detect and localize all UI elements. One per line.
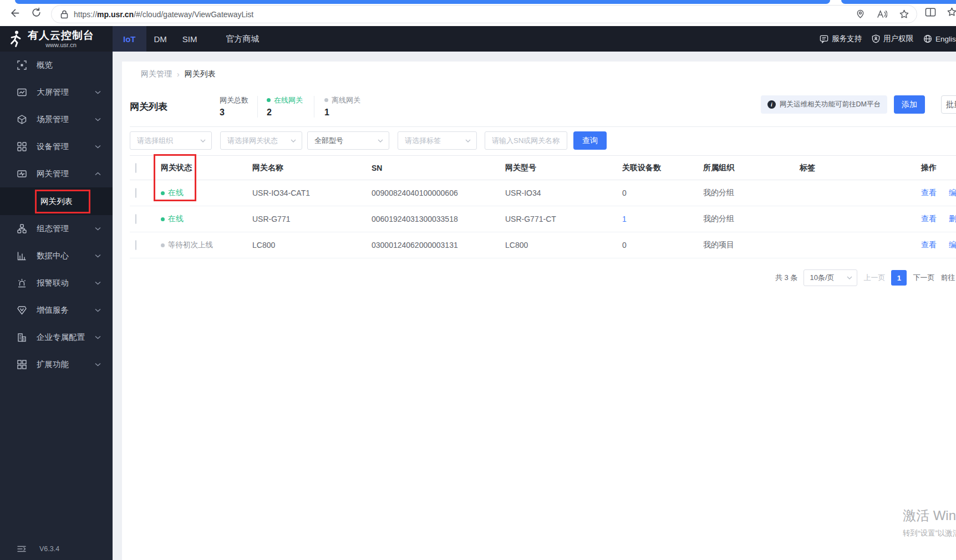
model-select[interactable]: 全部型号 [307, 131, 389, 150]
usr-person-logo-icon [8, 30, 23, 48]
language-switch[interactable]: English [923, 34, 956, 43]
status-badge: 等待初次上线 [152, 240, 243, 250]
select-all-checkbox[interactable] [135, 163, 136, 173]
brand[interactable]: 有人云控制台 www.usr.cn [0, 26, 113, 52]
split-screen-icon[interactable] [925, 7, 936, 17]
organization: 我的分组 [694, 188, 791, 198]
collections-star-icon[interactable] [947, 7, 956, 17]
chevron-down-icon [95, 227, 101, 231]
chevron-down-icon [95, 118, 101, 121]
breadcrumb: 网关管理 › 网关列表 [141, 69, 216, 79]
read-aloud-icon[interactable] [877, 9, 887, 19]
chevron-down-icon [291, 139, 296, 142]
favorite-star-icon[interactable] [899, 9, 909, 19]
chevron-down-icon [95, 308, 101, 312]
tag-select[interactable]: 请选择标签 [398, 131, 477, 150]
edit-link[interactable]: 编辑 [949, 240, 956, 250]
table-row: 在线 USR-G771 00601924031300033518 USR-G77… [130, 206, 956, 232]
edit-link[interactable]: 编辑 [949, 188, 956, 198]
content-panel: 网关管理 › 网关列表 网关列表 网关总数 3 在线网关 2 离线网关 1 [122, 62, 956, 560]
row-checkbox[interactable] [135, 240, 136, 250]
row-actions: 查看 编辑 [913, 240, 956, 250]
current-page-button[interactable]: 1 [891, 270, 907, 286]
nav-tab-sim[interactable]: SIM [175, 26, 205, 52]
chevron-down-icon [95, 335, 101, 339]
breadcrumb-parent[interactable]: 网关管理 [141, 69, 172, 79]
nav-tab-dm[interactable]: DM [146, 26, 175, 52]
sidebar-item-enterprise[interactable]: 企业专属配置 [0, 324, 113, 351]
sidebar-item-value-added[interactable]: 增值服务 [0, 297, 113, 324]
breadcrumb-current: 网关列表 [185, 69, 216, 79]
apps-grid-icon [17, 360, 27, 369]
gateway-model: USR-IO34 [496, 189, 613, 197]
prev-page-button[interactable]: 上一页 [863, 273, 885, 283]
service-support[interactable]: 服务支持 [820, 34, 862, 44]
gateway-stats: 网关总数 3 在线网关 2 离线网关 1 [220, 96, 360, 118]
page-background: 网关管理 › 网关列表 网关列表 网关总数 3 在线网关 2 离线网关 1 [113, 52, 956, 560]
watermark-line1: 激活 Windows [903, 507, 956, 524]
chevron-down-icon [95, 281, 101, 285]
nav-tab-shop[interactable]: 官方商城 [218, 26, 267, 52]
sidebar-item-label: 数据中心 [37, 251, 69, 261]
view-link[interactable]: 查看 [921, 240, 937, 250]
brand-subtitle: www.usr.cn [28, 42, 94, 48]
sidebar-item-gateway[interactable]: 网关管理 [0, 160, 113, 187]
user-permission[interactable]: 用户权限 [872, 34, 913, 44]
batch-button[interactable]: 批量 [941, 95, 956, 114]
sidebar-item-label: 组态管理 [37, 223, 69, 234]
url-text[interactable]: https://mp.usr.cn/#/cloud/gateway/ViewGa… [74, 10, 253, 19]
device-count-link[interactable]: 1 [613, 215, 694, 223]
collapse-sidebar-icon[interactable] [17, 546, 26, 552]
gateway-model: USR-G771-CT [496, 215, 613, 223]
gateway-sn: 03000124062000003131 [363, 241, 496, 250]
org-select[interactable]: 请选择组织 [130, 131, 212, 150]
browser-chrome: https://mp.usr.cn/#/cloud/gateway/ViewGa… [0, 0, 956, 26]
sidebar-item-gateway-list[interactable]: 网关列表 [0, 187, 113, 215]
next-page-button[interactable]: 下一页 [913, 273, 934, 283]
gateway-status-select[interactable]: 请选择网关状态 [220, 131, 302, 150]
page-title: 网关列表 [130, 100, 167, 113]
pagination: 共 3 条 10条/页 上一页 1 下一页 前往 [775, 269, 955, 286]
app-header: 有人云控制台 www.usr.cn IoT DM SIM 官方商城 服务支持 用… [0, 26, 956, 52]
chevron-up-icon [95, 172, 101, 176]
page-size-select[interactable]: 10条/页 [804, 269, 857, 286]
sidebar-item-configuration[interactable]: 组态管理 [0, 215, 113, 242]
location-icon[interactable] [856, 9, 865, 19]
back-icon[interactable] [9, 7, 21, 19]
stat-online-label: 在线网关 [267, 96, 303, 104]
row-checkbox[interactable] [135, 214, 136, 224]
sidebar-item-extensions[interactable]: 扩展功能 [0, 351, 113, 378]
online-dot-icon [161, 191, 165, 195]
add-gateway-button[interactable]: 添加 [894, 95, 925, 114]
sidebar-item-devices[interactable]: 设备管理 [0, 133, 113, 160]
view-link[interactable]: 查看 [921, 188, 937, 198]
offline-dot-icon [161, 243, 165, 247]
sidebar-item-alarm[interactable]: 报警联动 [0, 269, 113, 297]
online-dot-icon [267, 98, 271, 102]
query-button[interactable]: 查询 [573, 131, 607, 150]
watermark-line2: 转到“设置”以激活 Windows。 [903, 528, 956, 538]
gateway-model: LC800 [496, 241, 613, 250]
col-device-count: 关联设备数 [613, 163, 694, 173]
sidebar-item-overview[interactable]: 概览 [0, 52, 113, 79]
main-nav: IoT DM SIM 官方商城 [113, 26, 267, 52]
row-checkbox[interactable] [135, 188, 136, 198]
sn-search-input[interactable] [485, 131, 567, 150]
sidebar-item-scene[interactable]: 场景管理 [0, 106, 113, 133]
app-root: https://mp.usr.cn/#/cloud/gateway/ViewGa… [0, 0, 956, 560]
nav-tab-iot[interactable]: IoT [113, 26, 146, 52]
siren-icon [17, 278, 27, 288]
sidebar-item-datacenter[interactable]: 数据中心 [0, 242, 113, 269]
sidebar-item-bigscreen[interactable]: 大屏管理 [0, 79, 113, 106]
col-gateway-status: 网关状态 [152, 163, 243, 173]
offline-dot-icon [324, 98, 328, 102]
globe-icon [923, 34, 932, 43]
delete-link[interactable]: 删除 [949, 214, 956, 224]
device-grid-icon [17, 142, 27, 151]
sidebar: 概览 大屏管理 场景管理 设备管理 网 [0, 52, 113, 560]
col-organization: 所属组织 [694, 163, 791, 173]
url-bar[interactable]: https://mp.usr.cn/#/cloud/gateway/ViewGa… [51, 5, 917, 23]
stat-online-value: 2 [267, 108, 303, 118]
refresh-icon[interactable] [31, 7, 42, 18]
view-link[interactable]: 查看 [921, 214, 937, 224]
